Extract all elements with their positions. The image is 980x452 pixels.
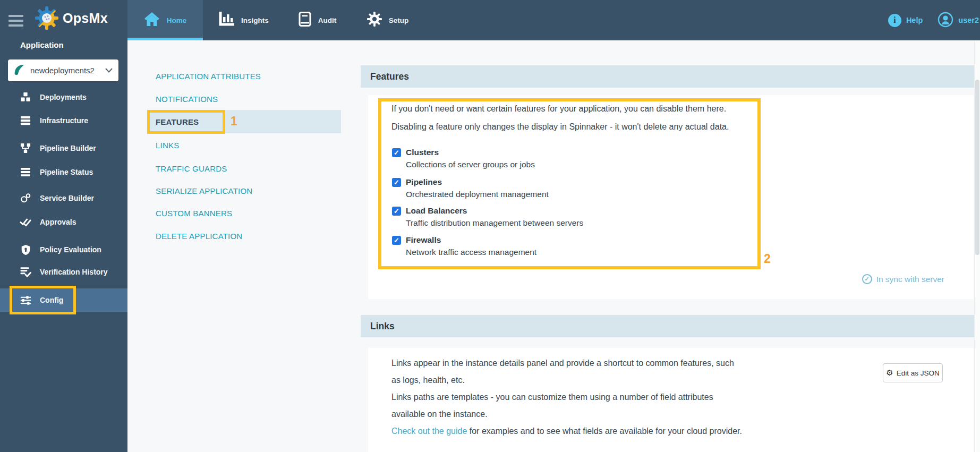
help-label: Help <box>906 16 923 24</box>
sidebar-item-label: Pipeline Builder <box>40 144 96 152</box>
firewalls-checkbox[interactable]: ✓ <box>392 236 401 245</box>
links-title: Links <box>370 321 395 332</box>
feature-row-firewalls: ✓ Firewalls Network traffic access manag… <box>392 234 536 258</box>
user-avatar-icon <box>938 12 953 29</box>
chevron-down-icon <box>105 66 113 75</box>
config-nav-application-attributes[interactable]: APPLICATION ATTRIBUTES <box>147 64 341 88</box>
clusters-checkbox[interactable]: ✓ <box>392 148 401 157</box>
application-sidebar: Application newdeployments2 Deployments <box>0 40 127 452</box>
sidebar-item-verification-history[interactable]: Verification History <box>0 260 127 284</box>
config-nav-custom-banners[interactable]: CUSTOM BANNERS <box>147 201 341 225</box>
sidebar-item-label: Approvals <box>40 218 76 226</box>
sidebar-item-policy-evaluation[interactable]: Policy Evaluation <box>0 238 127 261</box>
bar-chart-icon <box>218 12 234 29</box>
config-nav-notifications[interactable]: NOTIFICATIONS <box>147 87 341 110</box>
brand-name: OpsMx <box>63 11 108 26</box>
pipeline-branch-icon <box>19 143 32 153</box>
edit-as-json-button[interactable]: ⚙ Edit as JSON <box>883 363 943 382</box>
feature-description: Network traffic access management <box>406 246 536 258</box>
opsmx-gear-logo-icon <box>35 6 58 30</box>
shield-lock-icon <box>19 244 32 255</box>
feature-name: Pipelines <box>406 177 442 187</box>
topbar-right-group: i Help user2 <box>888 0 980 40</box>
sidebar-item-infrastructure[interactable]: Infrastructure <box>0 109 127 132</box>
links-panel: Links appear in the instance details pan… <box>368 348 974 452</box>
circled-check-icon: ✓ <box>862 274 872 284</box>
config-nav-label: LINKS <box>156 141 179 150</box>
tab-audit-label: Audit <box>318 16 337 24</box>
config-nav-label: TRAFFIC GUARDS <box>156 164 227 173</box>
home-icon <box>144 12 160 29</box>
sidebar-item-label: Config <box>40 296 63 304</box>
service-gears-icon <box>19 193 32 203</box>
config-nav-traffic-guards[interactable]: TRAFFIC GUARDS <box>147 157 341 180</box>
sidebar-item-pipeline-builder[interactable]: Pipeline Builder <box>0 137 127 160</box>
application-section-label: Application <box>20 40 64 49</box>
gear-icon <box>367 12 382 29</box>
status-bars-icon <box>19 167 32 177</box>
hamburger-menu-icon[interactable] <box>8 15 23 29</box>
list-check-icon <box>19 267 32 277</box>
top-navigation-bar: Home Insights Audit <box>0 0 980 40</box>
cubes-icon <box>19 92 32 103</box>
scrollbar <box>974 40 980 452</box>
sidebar-item-pipeline-status[interactable]: Pipeline Status <box>0 160 127 184</box>
feature-row-pipelines: ✓ Pipelines Orchestrated deployment mana… <box>392 176 549 200</box>
features-intro-2: Disabling a feature only changes the dis… <box>391 122 729 132</box>
config-nav-links[interactable]: LINKS <box>147 133 341 157</box>
double-check-icon <box>19 217 32 227</box>
tab-insights[interactable]: Insights <box>203 0 284 40</box>
check-out-the-guide-link[interactable]: Check out the guide <box>391 427 467 436</box>
sync-status: ✓ In sync with server <box>862 274 944 284</box>
feature-name: Firewalls <box>406 235 441 245</box>
features-section-header: Features <box>361 65 980 88</box>
tab-home[interactable]: Home <box>127 0 203 40</box>
help-button[interactable]: i Help <box>888 14 923 27</box>
application-selector-dropdown[interactable]: newdeployments2 <box>8 59 118 81</box>
opsmx-logo: OpsMx <box>35 6 108 30</box>
feature-name: Load Balancers <box>406 206 467 216</box>
tab-setup[interactable]: Setup <box>351 0 425 40</box>
sidebar-item-label: Pipeline Status <box>40 168 93 176</box>
spinnaker-sail-icon <box>13 63 25 78</box>
user-label: user2 <box>958 16 979 24</box>
config-nav-label: SERIALIZE APPLICATION <box>156 186 252 195</box>
feature-name: Clusters <box>406 148 439 157</box>
config-nav-delete-application[interactable]: DELETE APPLICATION <box>147 224 341 248</box>
scrollbar-thumb[interactable] <box>975 80 979 255</box>
feature-description: Traffic distribution management between … <box>406 217 583 229</box>
features-title: Features <box>370 71 409 82</box>
feature-description: Orchestrated deployment management <box>406 188 549 200</box>
info-icon: i <box>888 14 901 27</box>
feature-description: Collections of server groups or jobs <box>406 158 535 170</box>
config-nav-label: DELETE APPLICATION <box>156 232 242 241</box>
config-nav-serialize-application[interactable]: SERIALIZE APPLICATION <box>147 179 341 202</box>
tab-home-label: Home <box>167 16 187 24</box>
links-paragraph-3: Check out the guide for examples and to … <box>391 423 742 440</box>
edit-as-json-label: Edit as JSON <box>897 369 940 377</box>
config-nav-label: CUSTOM BANNERS <box>156 209 232 218</box>
pipelines-checkbox[interactable]: ✓ <box>392 178 401 187</box>
server-stack-icon <box>19 115 32 126</box>
load-balancers-checkbox[interactable]: ✓ <box>392 207 401 216</box>
sidebar-top: OpsMx <box>0 0 127 40</box>
feature-row-load-balancers: ✓ Load Balancers Traffic distribution ma… <box>392 205 583 229</box>
sidebar-item-label: Verification History <box>40 268 108 276</box>
sync-status-label: In sync with server <box>876 275 944 284</box>
config-nav-features[interactable]: FEATURES <box>147 110 341 133</box>
sidebar-item-label: Service Builder <box>40 194 94 202</box>
sidebar-item-label: Infrastructure <box>40 116 88 125</box>
sidebar-item-approvals[interactable]: Approvals <box>0 210 127 234</box>
tab-audit[interactable]: Audit <box>284 0 351 40</box>
features-panel: If you don't need or want certain featur… <box>368 95 974 299</box>
gear-icon: ⚙ <box>886 368 893 378</box>
sidebar-item-deployments[interactable]: Deployments <box>0 86 127 109</box>
user-menu[interactable]: user2 <box>938 12 979 29</box>
links-paragraph-3-rest: for examples and to see what fields are … <box>467 427 742 436</box>
sidebar-item-config[interactable]: Config <box>0 288 127 312</box>
sliders-icon <box>19 295 32 305</box>
links-paragraph-1: Links appear in the instance details pan… <box>391 355 742 389</box>
sidebar-item-service-builder[interactable]: Service Builder <box>0 186 127 210</box>
tab-setup-label: Setup <box>389 16 409 24</box>
features-intro-1: If you don't need or want certain featur… <box>391 104 726 114</box>
